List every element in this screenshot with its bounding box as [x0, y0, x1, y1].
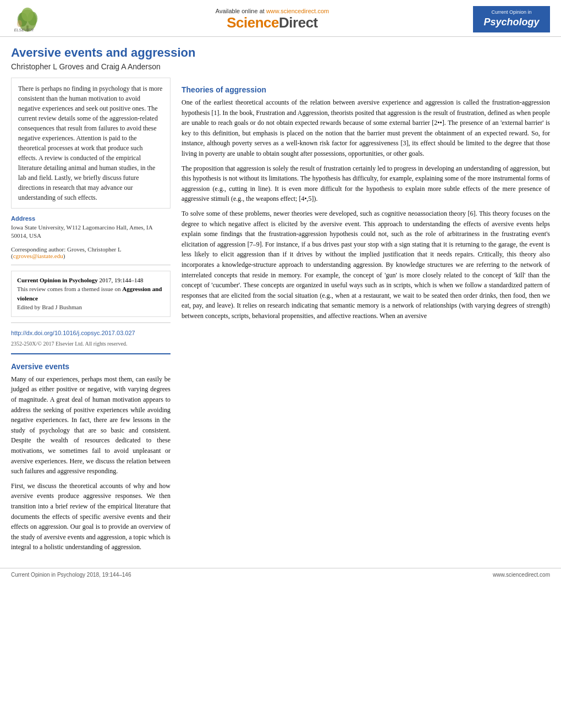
- main-content: Aversive events and aggression Christoph…: [0, 37, 561, 557]
- journal-badge-line2: Psychology: [479, 16, 544, 29]
- section-divider-1: [11, 353, 170, 354]
- abstract-text: There is perhaps no finding in psycholog…: [18, 85, 162, 201]
- section1-heading: Aversive events: [11, 362, 170, 371]
- address-label: Address: [11, 215, 170, 222]
- footer-right: www.sciencedirect.com: [493, 572, 550, 578]
- left-column: There is perhaps no finding in psycholog…: [11, 78, 170, 557]
- svg-text:ELSEVIER: ELSEVIER: [14, 28, 34, 32]
- edited-by-line: Edited by Brad J Bushman: [17, 303, 164, 312]
- themed-issue-line: This review comes from a themed issue on…: [17, 284, 164, 303]
- section1-para1: Many of our experiences, perhaps most th…: [11, 374, 170, 477]
- doi-section: http://dx.doi.org/10.1016/j.copsyc.2017.…: [11, 329, 170, 337]
- journal-name: Current Opinion in Psychology: [17, 277, 98, 283]
- svg-point-4: [21, 8, 34, 21]
- section2-para3: To solve some of these problems, newer t…: [182, 209, 550, 321]
- right-column: Theories of aggression One of the earlie…: [182, 78, 550, 557]
- section2-para1: One of the earliest theoretical accounts…: [182, 97, 550, 159]
- address-section: Address Iowa State University, W112 Lago…: [11, 215, 170, 240]
- svg-point-5: [17, 20, 22, 27]
- abstract-box: There is perhaps no finding in psycholog…: [11, 78, 170, 209]
- divider-1: [11, 265, 170, 265]
- doi-link[interactable]: http://dx.doi.org/10.1016/j.copsyc.2017.…: [11, 330, 135, 336]
- section1-para2: First, we discuss the theoretical accoun…: [11, 481, 170, 552]
- journal-badge-line1: Current Opinion in: [479, 9, 544, 16]
- divider-2: [11, 322, 170, 323]
- corresponding-close: ): [63, 253, 65, 259]
- sciencedirect-url[interactable]: www.sciencedirect.com: [266, 8, 329, 14]
- footer-left: Current Opinion in Psychology 2018, 19:1…: [11, 572, 131, 578]
- article-authors: Christopher L Groves and Craig A Anderso…: [11, 62, 550, 71]
- address-text: Iowa State University, W112 Lagomarcino …: [11, 223, 170, 240]
- themed-text: This review comes from a themed issue on: [17, 286, 120, 292]
- journal-info-box: Current Opinion in Psychology 2017, 19:1…: [11, 271, 170, 317]
- two-column-layout: There is perhaps no finding in psycholog…: [11, 78, 550, 557]
- sciencedirect-brand: ScienceDirect: [77, 14, 468, 31]
- corresponding-author: Corresponding author: Groves, Christophe…: [11, 246, 170, 259]
- corresponding-email[interactable]: cgroves@iastate.edu: [13, 253, 63, 259]
- elsevier-logo: ELSEVIER: [11, 6, 77, 33]
- journal-year: 2017, 19:144–148: [100, 277, 144, 283]
- elsevier-tree-icon: ELSEVIER: [11, 6, 44, 33]
- journal-badge: Current Opinion in Psychology: [473, 6, 550, 32]
- available-online-text: Available online at www.sciencedirect.co…: [77, 8, 468, 14]
- copyright-text: 2352-250X/© 2017 Elsevier Ltd. All right…: [11, 341, 170, 347]
- journal-info-line1: Current Opinion in Psychology 2017, 19:1…: [17, 276, 164, 285]
- journal-badge-area: Current Opinion in Psychology: [468, 6, 550, 32]
- page-footer: Current Opinion in Psychology 2018, 19:1…: [0, 568, 561, 581]
- page-header: ELSEVIER Available online at www.science…: [0, 0, 561, 37]
- section2-heading: Theories of aggression: [182, 85, 550, 94]
- elsevier-logo-area: ELSEVIER: [11, 6, 77, 33]
- header-center: Available online at www.sciencedirect.co…: [77, 8, 468, 31]
- article-title: Aversive events and aggression: [11, 46, 550, 60]
- section2-para2: The proposition that aggression is solel…: [182, 163, 550, 204]
